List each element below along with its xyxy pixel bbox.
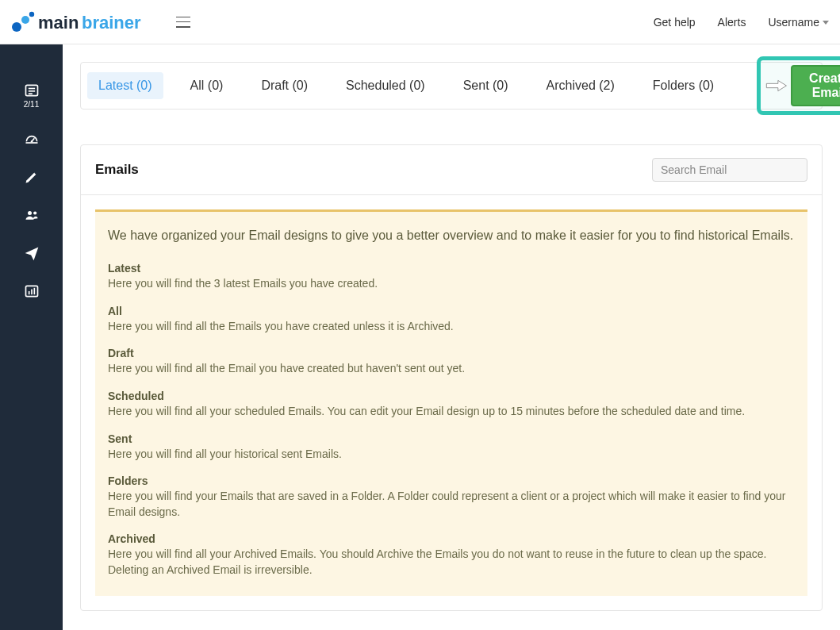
sidebar-item-analytics[interactable] <box>24 283 40 299</box>
tab-latest[interactable]: Latest (0) <box>87 72 163 99</box>
paper-plane-icon <box>24 245 40 261</box>
info-desc: Here you will find all your historical s… <box>108 447 795 463</box>
info-desc: Here you will find your Emails that are … <box>108 489 795 520</box>
svg-rect-16 <box>31 290 33 295</box>
svg-point-0 <box>12 22 21 32</box>
username-label: Username <box>768 16 819 29</box>
app-header: main brainer Get help Alerts Username <box>0 0 840 44</box>
svg-point-13 <box>33 211 36 214</box>
chart-icon <box>24 283 40 299</box>
search-email-input[interactable] <box>652 158 807 182</box>
create-email-button[interactable]: Create Email <box>791 65 840 106</box>
pointer-arrow-icon <box>765 75 788 97</box>
info-label: Archived <box>108 532 795 545</box>
svg-marker-18 <box>767 80 787 90</box>
tab-draft[interactable]: Draft (0) <box>250 72 319 99</box>
info-desc: Here you will find all the Emails you ha… <box>108 319 795 335</box>
info-label: Latest <box>108 262 795 275</box>
svg-text:main: main <box>38 13 79 33</box>
svg-point-12 <box>28 211 32 215</box>
create-highlight: Create Email <box>757 56 840 115</box>
logo-area: main brainer <box>8 10 190 35</box>
info-intro: We have organized your Email designs to … <box>108 226 795 244</box>
svg-point-2 <box>29 11 34 16</box>
info-label: Draft <box>108 347 795 359</box>
info-section-sent: Sent Here you will find all your histori… <box>108 432 795 463</box>
menu-toggle-icon[interactable] <box>176 17 190 28</box>
info-section-latest: Latest Here you will find the 3 latest E… <box>108 262 795 292</box>
sidebar-item-send[interactable] <box>24 245 40 261</box>
sidebar-counter: 2/11 <box>24 100 39 109</box>
svg-rect-15 <box>28 291 29 294</box>
app-logo[interactable]: main brainer <box>8 10 167 35</box>
tab-all[interactable]: All (0) <box>179 72 235 99</box>
info-label: Scheduled <box>108 390 795 402</box>
info-section-archived: Archived Here you will find all your Arc… <box>108 532 795 578</box>
alerts-link[interactable]: Alerts <box>718 16 746 29</box>
info-panel: We have organized your Email designs to … <box>95 209 807 596</box>
emails-title: Emails <box>95 162 139 178</box>
info-section-scheduled: Scheduled Here you will find all your sc… <box>108 390 795 420</box>
info-section-all: All Here you will find all the Emails yo… <box>108 305 795 335</box>
main-content: Latest (0) All (0) Draft (0) Scheduled (… <box>63 44 840 630</box>
caret-down-icon <box>823 21 829 25</box>
emails-card: Emails We have organized your Email desi… <box>80 144 823 611</box>
user-menu[interactable]: Username <box>768 16 829 29</box>
info-section-folders: Folders Here you will find your Emails t… <box>108 474 795 520</box>
info-label: Folders <box>108 474 795 487</box>
sidebar-item-dashboard[interactable] <box>24 131 40 147</box>
sidebar: 2/11 <box>0 44 63 630</box>
info-desc: Here you will find all your scheduled Em… <box>108 404 795 420</box>
svg-point-1 <box>21 16 29 24</box>
pencil-icon <box>24 169 40 185</box>
tab-folders[interactable]: Folders (0) <box>642 72 725 99</box>
sidebar-item-users[interactable] <box>24 207 40 223</box>
info-desc: Here you will find the 3 latest Emails y… <box>108 276 795 292</box>
info-desc: Here you will find all your Archived Ema… <box>108 547 795 578</box>
list-icon <box>24 83 40 98</box>
tabs-bar: Latest (0) All (0) Draft (0) Scheduled (… <box>80 62 823 109</box>
svg-text:brainer: brainer <box>82 13 141 33</box>
tab-sent[interactable]: Sent (0) <box>452 72 520 99</box>
emails-card-header: Emails <box>81 145 822 195</box>
sidebar-item-progress[interactable]: 2/11 <box>24 83 40 109</box>
gauge-icon <box>24 131 40 147</box>
header-right: Get help Alerts Username <box>654 16 829 29</box>
sidebar-item-edit[interactable] <box>24 169 40 185</box>
svg-rect-17 <box>33 288 35 294</box>
tab-scheduled[interactable]: Scheduled (0) <box>335 72 436 99</box>
info-label: Sent <box>108 432 795 445</box>
tab-archived[interactable]: Archived (2) <box>535 72 626 99</box>
info-section-draft: Draft Here you will find all the Email y… <box>108 347 795 377</box>
svg-line-10 <box>32 138 34 141</box>
info-label: All <box>108 305 795 317</box>
get-help-link[interactable]: Get help <box>654 16 696 29</box>
info-desc: Here you will find all the Email you hav… <box>108 361 795 377</box>
users-icon <box>24 207 40 223</box>
